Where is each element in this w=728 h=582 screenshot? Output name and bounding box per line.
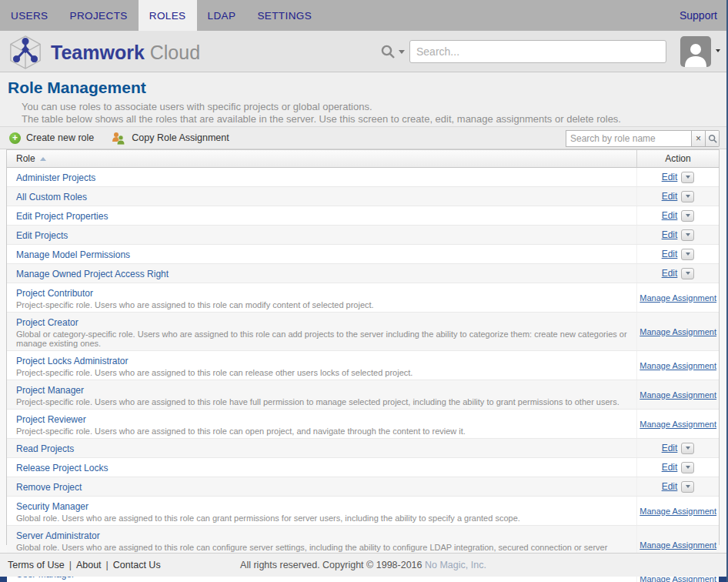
edit-dropdown-button[interactable] [681,229,694,241]
role-name-link[interactable]: Release Project Locks [16,463,108,473]
nav-item-settings[interactable]: SETTINGS [246,0,322,31]
manage-assignment-link[interactable]: Manage Assignment [640,327,716,336]
role-name-link[interactable]: Edit Projects [16,230,68,241]
copy-role-assignment-button[interactable]: Copy Role Assignment [111,132,229,145]
role-description: Global or category-specific role. Users … [16,329,636,348]
role-cell: Project Contributor Project-specific rol… [7,283,636,312]
edit-dropdown-button[interactable] [681,191,694,202]
role-cell: Manage Model Permissions [7,245,636,263]
nav-spacer [322,0,670,31]
role-name-link[interactable]: All Custom Roles [16,192,87,202]
role-description: Global role. Users who are assigned to t… [16,513,636,523]
global-search-input[interactable] [409,40,666,63]
copy-role-assignment-label: Copy Role Assignment [132,132,229,143]
table-row: Edit Project Properties Edit [7,206,719,226]
brand-secondary: Cloud [150,42,200,63]
edit-dropdown-button[interactable] [681,268,694,279]
filter-search-button[interactable] [706,130,720,147]
footer-separator: | [106,560,109,570]
edit-link[interactable]: Edit [662,443,678,453]
table-row: Remove Project Edit [7,477,719,497]
role-name-link[interactable]: Manage Model Permissions [16,249,130,260]
manage-assignment-link[interactable]: Manage Assignment [640,540,716,550]
role-name-link[interactable]: Manage Owned Project Access Right [16,269,169,279]
edit-dropdown-button[interactable] [681,443,694,454]
top-navigation: USERS PROJECTS ROLES LDAP SETTINGS Suppo… [0,0,726,31]
edit-dropdown-button[interactable] [681,249,694,260]
role-filter-group: × [566,130,720,147]
edit-dropdown-button[interactable] [681,172,694,183]
role-name-link[interactable]: Project Manager [16,385,84,396]
role-column-label: Role [16,153,35,164]
role-name-link[interactable]: Read Projects [16,443,74,454]
role-description: Project-specific role. Users who are ass… [16,426,636,436]
roles-toolbar: + Create new role Copy Role Assignment × [0,126,726,149]
role-name-link[interactable]: Project Reviewer [16,414,86,425]
edit-dropdown-button[interactable] [681,462,694,473]
role-name-link[interactable]: Project Locks Administrator [16,356,128,366]
edit-dropdown-button[interactable] [681,210,694,222]
edit-action: Edit [662,210,695,222]
nav-item-roles[interactable]: ROLES [139,0,197,31]
nav-item-ldap[interactable]: LDAP [197,0,247,31]
user-avatar[interactable] [680,36,711,67]
role-name-link[interactable]: Administer Projects [16,172,95,183]
support-link[interactable]: Support [670,0,726,31]
role-filter-input[interactable] [566,130,692,147]
role-name-link[interactable]: Edit Project Properties [16,211,108,222]
role-name-link[interactable]: Project Creator [16,317,78,328]
edit-link[interactable]: Edit [662,268,678,279]
teamwork-cloud-logo-icon [8,35,43,70]
brand: Teamwork Cloud [8,35,200,70]
edit-link[interactable]: Edit [662,481,678,492]
action-cell: Manage Assignment [636,313,719,350]
edit-link[interactable]: Edit [662,172,678,182]
edit-dropdown-button[interactable] [681,481,694,493]
clear-filter-button[interactable]: × [692,130,706,147]
nav-item-users[interactable]: USERS [0,0,59,31]
table-row: Release Project Locks Edit [7,458,719,477]
search-scope-caret-icon[interactable] [399,50,405,54]
manage-assignment-link[interactable]: Manage Assignment [640,293,716,303]
manage-assignment-link[interactable]: Manage Assignment [640,420,716,429]
role-column-header[interactable]: Role [7,150,636,167]
edit-link[interactable]: Edit [662,191,678,202]
action-column-label: Action [665,153,690,164]
nav-item-projects[interactable]: PROJECTS [59,0,139,31]
chevron-down-icon [686,233,690,236]
table-row: All Custom Roles Edit [7,187,719,206]
about-link[interactable]: About [76,560,102,570]
action-cell: Manage Assignment [636,410,719,438]
action-cell: Edit [636,439,719,457]
table-row: Project Manager Project-specific role. U… [7,380,719,410]
search-icon[interactable] [380,44,396,59]
edit-link[interactable]: Edit [662,249,678,259]
edit-link[interactable]: Edit [662,462,678,473]
avatar-menu-caret-icon[interactable] [716,49,720,52]
chevron-down-icon [686,253,690,256]
role-cell: Edit Projects [7,226,636,244]
edit-action: Edit [662,268,695,279]
manage-assignment-link[interactable]: Manage Assignment [640,361,716,370]
role-name-link[interactable]: Security Manager [16,501,88,512]
role-name-link[interactable]: Project Contributor [16,288,93,299]
roles-table: Role Action Administer Projects Edit All… [6,149,720,545]
edit-link[interactable]: Edit [662,229,678,240]
terms-of-use-link[interactable]: Terms of Use [8,560,65,570]
user-silhouette-icon [682,41,710,67]
role-cell: Project Creator Global or category-speci… [7,313,636,350]
edit-link[interactable]: Edit [662,210,678,221]
manage-assignment-link[interactable]: Manage Assignment [640,507,716,516]
page-footer: Terms of Use|About|Contact Us All rights… [0,553,726,577]
action-cell: Edit [636,206,719,225]
contact-us-link[interactable]: Contact Us [113,560,161,570]
edit-action: Edit [662,249,695,260]
role-name-link[interactable]: Server Administrator [16,530,100,541]
action-cell: Edit [636,264,719,283]
chevron-down-icon [686,272,690,275]
page-description-line2: The table below shows all the roles that… [22,113,719,125]
role-name-link[interactable]: Remove Project [16,482,82,493]
manage-assignment-link[interactable]: Manage Assignment [640,390,716,400]
create-new-role-button[interactable]: + Create new role [9,132,94,144]
edit-action: Edit [662,229,695,241]
